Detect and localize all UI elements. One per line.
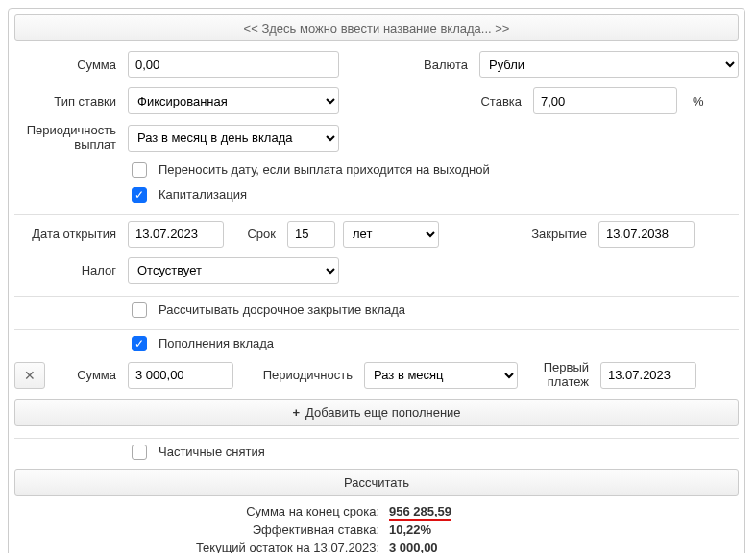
label-rate: Ставка — [347, 94, 525, 108]
calculate-button[interactable]: Рассчитать — [14, 469, 739, 496]
divider — [14, 296, 739, 297]
label-closing: Закрытие — [447, 227, 591, 241]
term-unit-select[interactable]: лет — [343, 221, 439, 248]
balance-label: Текущий остаток на 13.07.2023: — [14, 541, 389, 553]
partial-withdrawals-checkbox[interactable]: ✓ — [132, 445, 147, 460]
label-payout-freq: Периодичность выплат — [14, 124, 120, 153]
percent-sign: % — [685, 94, 704, 108]
balance-value: 3 000,00 — [389, 541, 438, 553]
label-partial-withdrawals: Частичные снятия — [159, 445, 265, 459]
early-close-checkbox[interactable]: ✓ — [132, 302, 147, 318]
eff-rate-value: 10,22% — [389, 522, 431, 537]
label-term: Срок — [232, 227, 280, 241]
label-early-close: Рассчитывать досрочное закрытие вклада — [159, 302, 405, 317]
divider — [14, 214, 739, 215]
deposit-calculator-panel: Сумма Валюта Рубли Тип ставки Фиксирован… — [8, 8, 745, 553]
term-value-input[interactable] — [287, 221, 335, 248]
tax-select[interactable]: Отсуствует — [128, 257, 339, 284]
sum-input[interactable] — [128, 51, 339, 78]
rate-input[interactable] — [533, 87, 677, 114]
label-periodicity: Периодичность — [241, 368, 356, 382]
end-sum-value: 956 285,59 — [389, 504, 451, 521]
topup-periodicity-select[interactable]: Раз в месяц — [364, 362, 518, 389]
carry-date-checkbox[interactable]: ✓ — [132, 162, 147, 178]
close-icon: ✕ — [24, 368, 36, 383]
add-topup-label: Добавить еще пополнение — [305, 405, 461, 420]
payout-freq-select[interactable]: Раз в месяц в день вклада — [128, 125, 339, 152]
label-carry-date: Переносить дату, если выплата приходится… — [159, 162, 490, 177]
label-first-payment: Первый платеж — [525, 361, 593, 390]
capitalization-checkbox[interactable]: ✓ — [132, 187, 147, 203]
currency-select[interactable]: Рубли — [479, 51, 739, 78]
add-topup-button[interactable]: + Добавить еще пополнение — [14, 399, 739, 426]
label-tax: Налог — [14, 263, 120, 277]
eff-rate-label: Эффективная ставка: — [14, 522, 389, 537]
end-sum-label: Сумма на конец срока: — [14, 504, 389, 518]
plus-icon: + — [292, 405, 300, 420]
calculate-label: Рассчитать — [344, 475, 409, 490]
label-rate-type: Тип ставки — [14, 94, 120, 108]
label-topup-sum: Сумма — [53, 368, 120, 382]
label-capitalization: Капитализация — [159, 187, 247, 202]
rate-type-select[interactable]: Фиксированная — [128, 87, 339, 114]
label-open-date: Дата открытия — [14, 227, 120, 241]
deposit-name-input[interactable] — [14, 14, 739, 41]
divider — [14, 438, 739, 439]
label-sum: Сумма — [14, 58, 120, 72]
label-currency: Валюта — [347, 58, 472, 72]
first-payment-input[interactable] — [600, 362, 696, 389]
results-block: Сумма на конец срока: 956 285,59 Эффекти… — [14, 504, 739, 553]
topups-checkbox[interactable]: ✓ — [132, 336, 147, 351]
label-topups: Пополнения вклада — [159, 336, 274, 350]
closing-input[interactable] — [598, 221, 695, 248]
open-date-input[interactable] — [128, 221, 224, 248]
divider — [14, 329, 739, 330]
topup-sum-input[interactable] — [128, 362, 233, 389]
remove-topup-button[interactable]: ✕ — [14, 362, 45, 389]
